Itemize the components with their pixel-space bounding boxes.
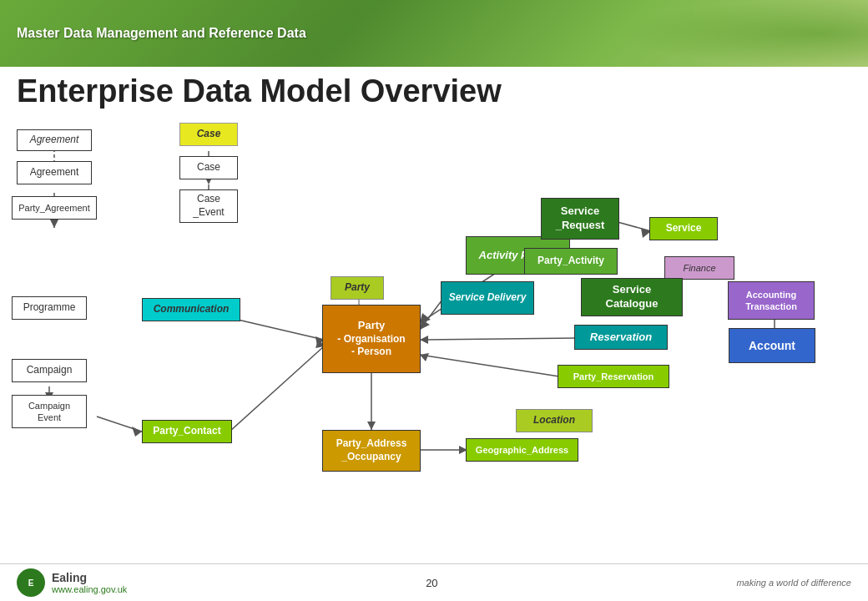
campaign-node: Campaign xyxy=(12,359,87,382)
geographic-address-node: Geographic_Address xyxy=(466,438,578,462)
service-delivery-node: Service Delivery xyxy=(441,281,534,315)
svg-line-27 xyxy=(420,338,576,340)
reservation-node: Reservation xyxy=(574,325,668,350)
svg-line-14 xyxy=(238,320,324,340)
svg-line-10 xyxy=(97,417,142,432)
account-node: Account xyxy=(729,328,815,363)
accounting-transaction-node: Accounting Transaction xyxy=(728,281,815,320)
location-node: Location xyxy=(516,409,593,432)
svg-marker-26 xyxy=(420,313,431,323)
case-event-node: Case _Event xyxy=(179,189,238,223)
agreement-node: Agreement xyxy=(17,161,92,184)
logo-icon: E xyxy=(17,568,45,597)
svg-line-20 xyxy=(420,300,442,330)
service-request-node: Service _Request xyxy=(541,198,619,240)
org-name: Ealing xyxy=(52,571,127,584)
footer: E Ealing www.ealing.gov.uk 20 making a w… xyxy=(0,563,868,601)
party-activity-node: Party_Activity xyxy=(524,248,618,275)
party-address-node: Party_Address _Occupancy xyxy=(322,430,421,472)
page-title: Enterprise Data Model Overview xyxy=(0,67,868,113)
party-label-node: Party xyxy=(331,276,384,300)
svg-marker-28 xyxy=(420,336,428,344)
service-node: Service xyxy=(649,217,718,240)
case-italic-node: Case xyxy=(179,123,238,146)
svg-marker-3 xyxy=(50,220,58,228)
website: www.ealing.gov.uk xyxy=(52,584,127,594)
party-main-node: Party - Organisation - Person xyxy=(322,305,421,373)
programme-node: Programme xyxy=(12,296,87,320)
party-contact-node: Party_Contact xyxy=(142,420,232,443)
svg-marker-11 xyxy=(132,427,142,437)
page-number: 20 xyxy=(426,577,437,589)
leaf-decoration xyxy=(618,0,868,67)
campaign-event-node: Campaign Event xyxy=(12,395,87,428)
diagram-area: Agreement Agreement Party_Agreement Prog… xyxy=(0,113,868,580)
case-node: Case xyxy=(179,156,238,179)
svg-marker-21 xyxy=(420,320,430,330)
communication-node: Communication xyxy=(142,298,240,321)
banner-title: Master Data Management and Reference Dat… xyxy=(17,26,306,41)
header-banner: Master Data Management and Reference Dat… xyxy=(0,0,868,67)
party-agreement-node: Party_Agreement xyxy=(12,196,97,220)
footer-logo: E Ealing www.ealing.gov.uk xyxy=(17,568,127,597)
svg-marker-17 xyxy=(367,422,376,430)
agreement-italic-node: Agreement xyxy=(17,129,92,151)
svg-line-23 xyxy=(618,222,651,231)
svg-line-29 xyxy=(420,355,559,376)
party-reservation-node: Party_Reservation xyxy=(558,365,669,388)
logo-letter: E xyxy=(28,578,34,588)
footer-slogan: making a world of difference xyxy=(736,578,851,588)
svg-line-12 xyxy=(230,346,324,432)
svg-marker-30 xyxy=(420,353,429,361)
finance-node: Finance xyxy=(664,256,734,280)
service-catalogue-node: Service Catalogue xyxy=(581,278,683,316)
